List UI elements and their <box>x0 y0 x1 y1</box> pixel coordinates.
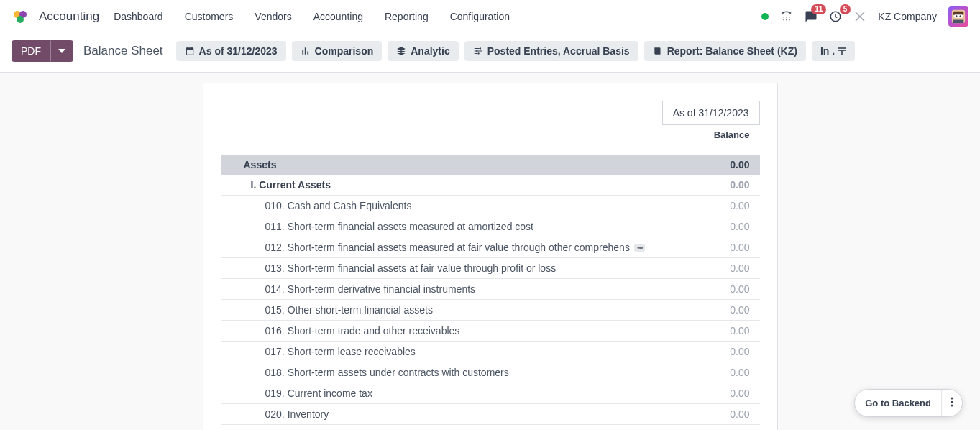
pdf-button[interactable]: PDF <box>12 40 50 62</box>
user-avatar[interactable] <box>948 6 968 27</box>
calendar-icon <box>185 46 195 56</box>
svg-rect-5 <box>789 17 790 18</box>
report-row: 014. Short-term derivative financial ins… <box>221 279 760 300</box>
voip-icon[interactable] <box>780 11 793 22</box>
svg-point-19 <box>479 47 480 49</box>
menu-customers[interactable]: Customers <box>185 11 234 22</box>
row-amount[interactable]: 0.00 <box>659 367 760 378</box>
app-logo[interactable] <box>12 8 29 25</box>
report-row: 017. Short-term lease receivables0.00 <box>221 342 760 362</box>
row-label[interactable]: 019. Current income tax <box>221 388 659 399</box>
svg-rect-6 <box>784 19 785 21</box>
report-rows: Assets0.00I. Current Assets0.00010. Cash… <box>221 155 760 430</box>
tenge-icon <box>838 47 846 55</box>
balance-column-header: Balance <box>221 129 760 140</box>
breadcrumb: Balance Sheet <box>83 44 163 58</box>
svg-point-16 <box>960 15 961 17</box>
currency-unit[interactable]: In . <box>812 41 855 61</box>
currency-unit-label: In . <box>820 45 835 57</box>
row-label[interactable]: 018. Short-term assets under contracts w… <box>221 367 659 378</box>
date-filter-label: As of 31/12/2023 <box>199 45 278 57</box>
svg-rect-3 <box>784 17 785 18</box>
debug-icon[interactable] <box>853 10 866 23</box>
row-label[interactable]: 010. Cash and Cash Equivalents <box>221 200 659 211</box>
svg-point-21 <box>477 52 479 54</box>
go-to-backend-button[interactable]: Go to Backend <box>854 389 963 417</box>
activities-badge: 5 <box>840 4 851 14</box>
export-dropdown-button[interactable] <box>50 40 73 62</box>
report-scroll-area[interactable]: As of 31/12/2023 Balance Assets0.00I. Cu… <box>0 73 980 430</box>
report-filter-label: Report: Balance Sheet (KZ) <box>667 45 797 57</box>
app-name[interactable]: Accounting <box>39 9 99 24</box>
backend-more-icon[interactable] <box>941 390 962 416</box>
date-filter[interactable]: As of 31/12/2023 <box>176 41 286 61</box>
row-label[interactable]: 011. Short-term financial assets measure… <box>221 221 659 232</box>
report-row: I. Current Assets0.00 <box>221 175 760 196</box>
report-row: 019. Current income tax0.00 <box>221 383 760 404</box>
main-navbar: Accounting Dashboard Customers Vendors A… <box>0 0 980 33</box>
row-amount[interactable]: 0.00 <box>659 325 760 337</box>
report-row: 018. Short-term assets under contracts w… <box>221 362 760 383</box>
bar-chart-icon <box>301 46 311 56</box>
row-label[interactable]: 017. Short-term lease receivables <box>221 346 659 357</box>
comparison-filter-label: Comparison <box>315 45 374 57</box>
menu-reporting[interactable]: Reporting <box>385 11 429 22</box>
report-row: 015. Other short-term financial assets0.… <box>221 300 760 321</box>
report-filter[interactable]: Report: Balance Sheet (KZ) <box>644 41 806 61</box>
online-status-icon <box>761 13 769 20</box>
report-row: Assets0.00 <box>221 155 760 175</box>
row-amount[interactable]: 0.00 <box>659 159 760 170</box>
row-label[interactable]: 013. Short-term financial assets at fair… <box>221 262 659 274</box>
svg-point-2 <box>17 16 24 23</box>
journals-filter-label: Posted Entries, Accrual Basis <box>487 45 630 57</box>
journals-filter[interactable]: Posted Entries, Accrual Basis <box>464 41 638 61</box>
report-row: 012. Short-term financial assets measure… <box>221 237 760 258</box>
report-row: 010. Cash and Cash Equivalents0.00 <box>221 196 760 216</box>
menu-accounting[interactable]: Accounting <box>313 11 363 22</box>
svg-marker-18 <box>58 49 65 53</box>
row-label[interactable]: I. Current Assets <box>221 179 659 191</box>
messages-icon[interactable]: 11 <box>805 10 818 23</box>
report-date-box: As of 31/12/2023 <box>662 101 760 125</box>
row-amount[interactable]: 0.00 <box>659 408 760 420</box>
comparison-filter[interactable]: Comparison <box>292 41 383 61</box>
svg-rect-8 <box>789 19 790 21</box>
main-menu: Dashboard Customers Vendors Accounting R… <box>114 11 510 22</box>
row-label[interactable]: 014. Short-term derivative financial ins… <box>221 283 659 295</box>
report-row: 013. Short-term financial assets at fair… <box>221 258 760 279</box>
report-row: 020. Inventory0.00 <box>221 404 760 425</box>
menu-configuration[interactable]: Configuration <box>450 11 510 22</box>
svg-point-26 <box>951 401 953 403</box>
row-amount[interactable]: 0.00 <box>659 388 760 399</box>
analytic-filter-label: Analytic <box>411 45 449 57</box>
report-row: 011. Short-term financial assets measure… <box>221 216 760 237</box>
menu-vendors[interactable]: Vendors <box>255 11 291 22</box>
row-amount[interactable]: 0.00 <box>659 242 760 253</box>
messages-badge: 11 <box>811 4 826 14</box>
svg-rect-14 <box>954 14 963 18</box>
row-amount[interactable]: 0.00 <box>659 221 760 232</box>
svg-point-25 <box>951 398 953 400</box>
svg-point-27 <box>951 405 953 407</box>
row-label[interactable]: 012. Short-term financial assets measure… <box>221 242 659 253</box>
row-amount[interactable]: 0.00 <box>659 304 760 316</box>
analytic-filter[interactable]: Analytic <box>388 41 458 61</box>
report-sheet: As of 31/12/2023 Balance Assets0.00I. Cu… <box>203 83 778 430</box>
export-button-group: PDF <box>12 40 73 62</box>
company-selector[interactable]: KZ Company <box>878 11 937 22</box>
go-to-backend-label: Go to Backend <box>855 390 941 416</box>
row-amount[interactable]: 0.00 <box>659 200 760 211</box>
row-label[interactable]: 015. Other short-term financial assets <box>221 304 659 316</box>
row-amount[interactable]: 0.00 <box>659 262 760 274</box>
truncated-icon[interactable]: ••• <box>634 244 646 252</box>
book-icon <box>653 46 663 56</box>
menu-dashboard[interactable]: Dashboard <box>114 11 163 22</box>
row-label[interactable]: 016. Short-term trade and other receivab… <box>221 325 659 337</box>
row-label[interactable]: 020. Inventory <box>221 408 659 420</box>
row-amount[interactable]: 0.00 <box>659 346 760 357</box>
row-label[interactable]: Assets <box>221 159 659 170</box>
row-amount[interactable]: 0.00 <box>659 179 760 191</box>
activities-icon[interactable]: 5 <box>829 10 842 23</box>
row-amount[interactable]: 0.00 <box>659 283 760 295</box>
control-panel: PDF Balance Sheet As of 31/12/2023 Compa… <box>0 33 980 73</box>
